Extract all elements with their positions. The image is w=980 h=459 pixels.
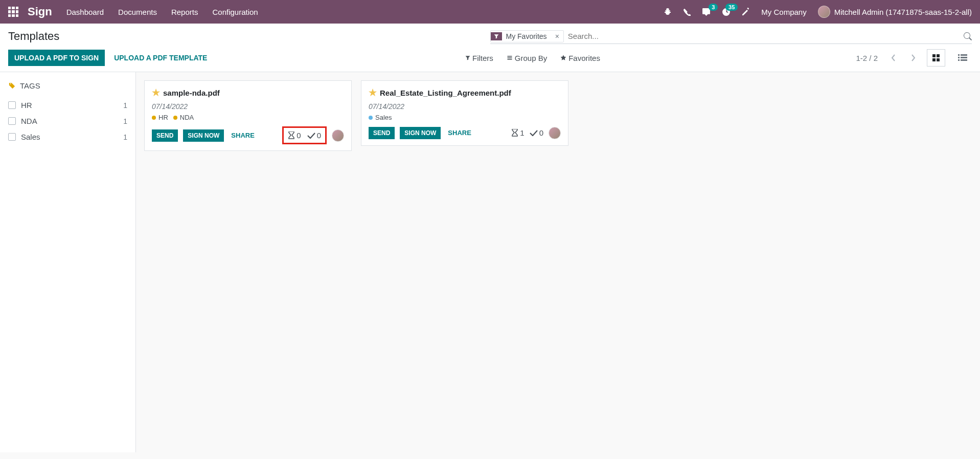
search-facet-favorites: My Favorites × [490,30,564,42]
activities-icon[interactable]: 35 [722,8,731,16]
svg-rect-8 [958,59,960,61]
done-count[interactable]: 0 [530,128,543,137]
check-icon [530,130,538,136]
sidebar-item-count: 1 [123,117,127,125]
search-icon[interactable] [964,32,972,40]
kanban-view-button[interactable] [927,49,945,67]
user-menu[interactable]: Mitchell Admin (17471875-saas-15-2-all) [818,6,972,18]
card-date: 07/14/2022 [369,102,561,111]
hourglass-icon [511,129,518,137]
kanban-area: ★ sample-nda.pdf 07/14/2022 HR NDA SEND … [136,72,980,452]
phone-icon[interactable] [683,8,691,16]
favorite-star-icon[interactable]: ★ [152,87,160,98]
sign-now-button[interactable]: SIGN NOW [400,127,441,139]
svg-rect-5 [961,54,967,56]
svg-rect-6 [958,57,960,58]
list-icon [507,55,513,61]
upload-pdf-sign-button[interactable]: UPLOAD A PDF TO SIGN [8,50,105,66]
remove-facet-button[interactable]: × [551,31,563,42]
send-button[interactable]: SEND [369,127,395,139]
sign-now-button[interactable]: SIGN NOW [183,129,224,142]
template-card[interactable]: ★ Real_Estate_Listing_Agreement.pdf 07/1… [361,80,568,146]
apps-menu-icon[interactable] [8,7,18,17]
top-navbar: Sign Dashboard Documents Reports Configu… [0,0,980,24]
svg-rect-3 [937,58,940,61]
favorites-label: Favorites [568,54,600,62]
pager-prev-button[interactable] [888,52,899,63]
hourglass-icon [288,132,295,140]
card-title: Real_Estate_Listing_Agreement.pdf [380,89,511,97]
responsible-avatar[interactable] [332,129,344,142]
pager-next-button[interactable] [907,52,919,63]
share-button[interactable]: SHARE [446,126,473,139]
sidebar-item-hr[interactable]: HR 1 [8,97,127,113]
activities-badge: 35 [725,4,738,11]
company-name[interactable]: My Company [761,8,806,16]
send-button[interactable]: SEND [152,129,178,142]
card-tag: HR [152,114,168,121]
bug-icon[interactable] [664,8,672,16]
page-title: Templates [8,30,59,43]
sidebar-item-label: NDA [21,117,37,125]
svg-rect-4 [958,54,960,56]
list-view-button[interactable] [953,49,972,67]
sidebar-tags-header: TAGS [8,81,127,90]
pending-count[interactable]: 0 [288,131,301,140]
tag-icon [8,82,16,90]
pending-count[interactable]: 1 [511,128,524,137]
svg-rect-0 [932,54,936,57]
sidebar-item-count: 1 [123,133,127,141]
card-title: sample-nda.pdf [163,89,220,97]
star-icon [560,55,566,61]
search-facet-label: My Favorites [502,31,551,42]
groupby-dropdown[interactable]: Group By [507,54,547,62]
app-brand[interactable]: Sign [28,5,52,18]
done-count[interactable]: 0 [307,131,321,140]
card-stats-highlighted: 0 0 [282,126,327,144]
checkbox-icon[interactable] [8,117,16,125]
share-button[interactable]: SHARE [229,129,257,142]
filters-label: Filters [472,54,493,62]
favorites-dropdown[interactable]: Favorites [560,54,600,62]
upload-pdf-template-button[interactable]: UPLOAD A PDF TEMPLATE [112,50,209,66]
template-card[interactable]: ★ sample-nda.pdf 07/14/2022 HR NDA SEND … [144,80,352,151]
svg-rect-7 [961,57,967,58]
favorite-star-icon[interactable]: ★ [369,87,377,98]
sidebar-item-label: HR [21,101,32,110]
filters-dropdown[interactable]: Filters [465,54,493,62]
groupby-label: Group By [515,54,547,62]
svg-rect-9 [961,59,967,61]
pager-text[interactable]: 1-2 / 2 [856,54,878,62]
checkbox-icon[interactable] [8,133,16,141]
tools-icon[interactable] [742,8,750,16]
control-panel: Templates My Favorites × UPLOAD A PDF TO… [0,24,980,72]
user-name: Mitchell Admin (17471875-saas-15-2-all) [834,8,972,16]
funnel-icon [465,55,470,60]
filter-icon [491,32,502,40]
card-date: 07/14/2022 [152,102,344,111]
sidebar-tags-label: TAGS [20,81,40,90]
card-tag: Sales [369,114,392,121]
sidebar-item-label: Sales [21,133,40,141]
sidebar-item-sales[interactable]: Sales 1 [8,129,127,145]
sidebar-item-count: 1 [123,101,127,110]
svg-rect-2 [932,58,936,61]
avatar-icon [818,6,830,18]
messaging-icon[interactable]: 3 [702,8,711,16]
sidebar-item-nda[interactable]: NDA 1 [8,113,127,129]
nav-reports[interactable]: Reports [171,8,198,16]
nav-dashboard[interactable]: Dashboard [66,8,104,16]
nav-documents[interactable]: Documents [118,8,157,16]
search-input[interactable] [564,30,964,42]
check-icon [307,133,315,139]
nav-links: Dashboard Documents Reports Configuratio… [66,8,258,16]
checkbox-icon[interactable] [8,101,16,109]
sidebar: TAGS HR 1 NDA 1 Sales 1 [0,72,136,452]
search-bar[interactable]: My Favorites × [490,30,972,44]
responsible-avatar[interactable] [549,127,561,139]
card-tag: NDA [173,114,194,121]
svg-rect-1 [937,54,940,57]
nav-configuration[interactable]: Configuration [212,8,258,16]
messaging-badge: 3 [709,4,718,11]
